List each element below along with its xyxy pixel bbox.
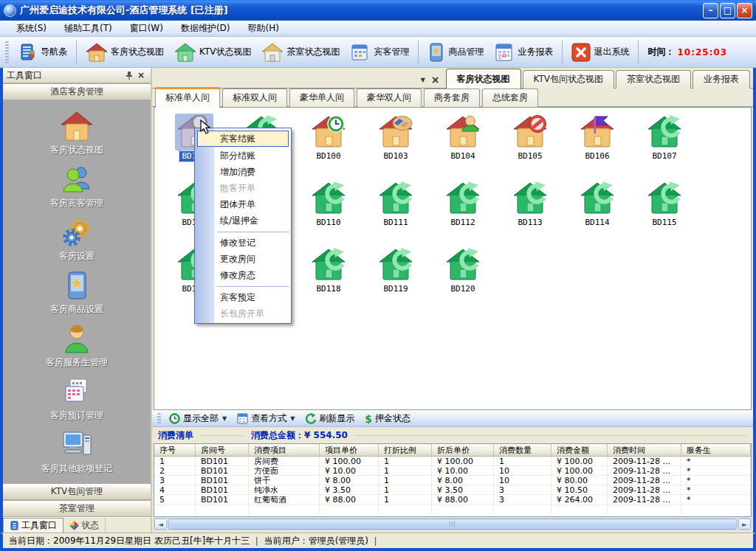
computer-icon (59, 429, 94, 460)
table-row[interactable]: 5 BD101 红葡萄酒 ¥ 88.00 1 ¥ 88.00 3 ¥ 264.0… (154, 495, 751, 505)
menu-bar-item[interactable]: 数据维护(D) (172, 21, 239, 36)
deposit-status-button[interactable]: $ 押金状态 (360, 411, 415, 426)
room-type-tab[interactable]: 商务套房 (424, 89, 480, 107)
room-item[interactable]: BD107 (632, 114, 697, 180)
room-item[interactable]: BD114 (565, 180, 630, 246)
menu-bar-item[interactable]: 窗口(W) (121, 21, 172, 36)
toolbar-report-button[interactable]: 业务报表 (489, 40, 557, 65)
tab-close-icon[interactable]: × (431, 74, 440, 86)
document-tab[interactable]: 业务报表 (693, 70, 750, 89)
workspace: 工具窗口 × 酒店客房管理 客房状态视图 (0, 68, 756, 533)
menu-bar-item[interactable]: 系统(S) (7, 21, 55, 36)
toolbar-navigator-button[interactable]: 导航条 (13, 40, 72, 65)
column-header[interactable]: 服务生 (681, 444, 751, 456)
column-header[interactable]: 消费项目 (249, 444, 320, 456)
room-type-tab[interactable]: 标准双人间 (222, 89, 287, 107)
toolbar-ktv-status-button[interactable]: KTV状态视图 (170, 40, 255, 65)
refresh-button[interactable]: 刷新显示 (300, 411, 359, 426)
column-header[interactable]: 序号 (154, 444, 196, 456)
context-menu-item[interactable]: 散客开单 (195, 180, 289, 196)
pin-icon[interactable] (123, 69, 135, 81)
column-header[interactable]: 项目单价 (320, 444, 379, 456)
sidebar-item-waiter-mgmt[interactable]: 客房服务生管理 (3, 323, 151, 376)
menu-bar-item[interactable]: 辅助工具(T) (55, 21, 121, 36)
context-menu-item[interactable]: 续/退押金 (195, 212, 289, 229)
context-menu-item[interactable]: 长包房开单 (195, 305, 289, 322)
sidebar-group-tea[interactable]: 茶室管理 (3, 500, 151, 517)
scroll-right-arrow[interactable]: ► (738, 519, 751, 530)
column-header[interactable]: 房间号 (196, 444, 249, 456)
view-mode-button[interactable]: 查看方式 ▼ (233, 411, 299, 426)
tab-tool-window[interactable]: 工具窗口 (3, 518, 63, 533)
room-item[interactable]: BD103 (363, 114, 428, 180)
tab-status[interactable]: 状态 (63, 518, 106, 533)
minimize-button[interactable]: – (703, 3, 718, 18)
column-header[interactable]: 消费数量 (494, 444, 551, 456)
room-item[interactable]: BD119 (363, 246, 428, 313)
room-item[interactable]: BD118 (296, 246, 361, 313)
sidebar-item-other-payments[interactable]: 客房其他款项登记 (3, 429, 151, 482)
scroll-left-arrow[interactable]: ◄ (154, 519, 167, 530)
document-tab[interactable]: 茶室状态视图 (616, 70, 691, 89)
close-button[interactable]: × (737, 3, 752, 18)
room-item[interactable]: BD115 (632, 180, 697, 246)
sidebar-item-guest-mgmt[interactable]: 客房宾客管理 (3, 164, 151, 217)
maximize-button[interactable]: □ (720, 3, 735, 18)
toolbar-goods-mgmt-button[interactable]: 商品管理 (423, 40, 488, 65)
context-menu-item[interactable]: 增加消费 (195, 164, 289, 180)
sidebar-item-room-settings[interactable]: 客房设置 (3, 217, 151, 270)
room-type-tab[interactable]: 总统套房 (482, 89, 538, 107)
actionbar-grip[interactable] (157, 413, 161, 425)
tab-list-dropdown-icon[interactable]: ▼ (421, 77, 425, 83)
gears-icon (60, 217, 94, 248)
column-header[interactable]: 消费金额 (551, 444, 608, 456)
scrollbar-thumb[interactable] (168, 519, 738, 530)
room-type-tab[interactable]: 豪华单人间 (289, 89, 354, 107)
show-all-button[interactable]: 显示全部 ▼ (165, 411, 231, 426)
context-menu-item[interactable]: 修改房态 (195, 267, 289, 283)
room-item[interactable]: BD120 (430, 246, 495, 313)
room-item[interactable]: BD100 (296, 114, 361, 180)
column-header[interactable]: 折后单价 (432, 444, 494, 456)
document-tab[interactable]: 客房状态视图 (446, 69, 521, 89)
toolbar-separator (418, 41, 419, 64)
mouse-cursor-icon (200, 119, 212, 134)
column-header[interactable]: 消费时间 (608, 444, 681, 456)
toolbar-grip[interactable] (5, 41, 9, 63)
consumption-title: 消费清单 (158, 429, 193, 442)
column-header[interactable]: 打折比例 (379, 444, 432, 456)
context-menu-item[interactable] (217, 229, 289, 232)
document-tab[interactable]: KTV包间状态视图 (523, 70, 614, 89)
menu-bar-item[interactable]: 帮助(H) (239, 21, 288, 36)
toolbar-guest-mgmt-button[interactable]: 宾客管理 (346, 40, 413, 65)
toolbar-room-status-button[interactable]: 客房状态视图 (81, 40, 168, 65)
room-item[interactable]: BD104 (430, 114, 495, 180)
room-item[interactable]: BD106 (565, 114, 630, 180)
table-row[interactable]: 2 BD101 方便面 ¥ 10.00 1 ¥ 10.00 10 ¥ 100.0… (154, 466, 751, 476)
context-menu-item[interactable]: 部分结账 (195, 148, 289, 164)
sidebar-item-room-goods[interactable]: 客房商品设置 (3, 270, 151, 323)
sidebar-group-ktv[interactable]: KTV包间管理 (3, 483, 151, 500)
table-row[interactable]: 3 BD101 饼干 ¥ 8.00 1 ¥ 8.00 10 ¥ 80.00 20… (154, 476, 751, 485)
context-menu-item[interactable]: 修改登记 (195, 235, 289, 251)
context-menu-item[interactable]: 更改房间 (195, 251, 289, 267)
room-type-tab[interactable]: 豪华双人间 (357, 89, 422, 107)
sidebar-item-room-status[interactable]: 客房状态视图 (3, 111, 151, 164)
sidebar-group-hotel-rooms[interactable]: 酒店客房管理 (3, 83, 151, 100)
context-menu-item[interactable] (217, 283, 289, 287)
table-row[interactable]: 4 BD101 纯净水 ¥ 3.50 1 ¥ 3.50 3 ¥ 10.50 20… (154, 485, 751, 495)
context-menu-item[interactable]: 宾客预定 (195, 289, 289, 305)
toolbar-tea-status-button[interactable]: 茶室状态视图 (257, 40, 344, 65)
tool-window-close-icon[interactable]: × (135, 69, 147, 81)
toolbar-exit-button[interactable]: 退出系统 (567, 41, 633, 64)
room-item[interactable]: BD111 (363, 180, 428, 246)
context-menu-item[interactable]: 团体开单 (195, 196, 289, 212)
room-status-icon (645, 180, 684, 217)
table-row[interactable]: 1 BD101 房间费 ¥ 100.00 1 ¥ 100.00 1 ¥ 100.… (154, 457, 751, 466)
room-item[interactable]: BD105 (498, 114, 563, 180)
room-item[interactable]: BD113 (498, 180, 563, 246)
room-item[interactable]: BD110 (296, 180, 361, 246)
room-item[interactable]: BD112 (430, 180, 495, 246)
room-type-tab[interactable]: 标准单人间 (155, 87, 220, 108)
sidebar-item-booking-mgmt[interactable]: 客房预订管理 (3, 376, 151, 429)
